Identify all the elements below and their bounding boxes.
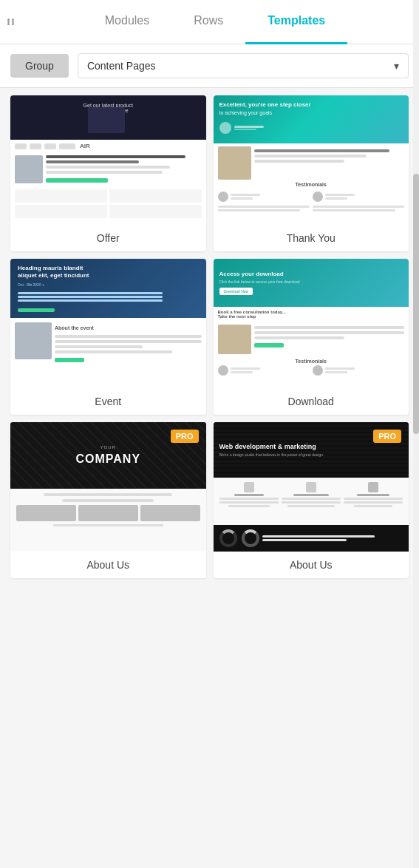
tab-rows[interactable]: Rows xyxy=(171,0,245,44)
thank-you-label: Thank You xyxy=(214,225,409,251)
top-navigation: Modules Rows Templates xyxy=(0,0,419,44)
dropdown-label: Content Pages xyxy=(87,60,156,72)
drag-handle[interactable] xyxy=(7,18,14,25)
template-card-download[interactable]: Access your download Click the link belo… xyxy=(214,259,409,415)
template-card-about-us-webdev[interactable]: PRO Web development & marketing We're a … xyxy=(214,422,409,578)
chevron-down-icon: ▾ xyxy=(394,60,399,72)
template-card-thank-you[interactable]: Excellent, you're one step closer to ach… xyxy=(214,95,409,251)
tab-modules[interactable]: Modules xyxy=(83,0,171,44)
download-label: Download xyxy=(214,388,409,415)
about-us-company-label: About Us xyxy=(10,552,206,578)
event-thumbnail: Heading mauris blanditaliquet elit, eget… xyxy=(10,259,206,388)
template-card-offer[interactable]: Get our latest product for a one-time fe… xyxy=(10,95,206,251)
offer-label: Offer xyxy=(10,225,206,251)
filter-bar: Group Content Pages ▾ xyxy=(0,44,419,88)
pro-badge: PRO xyxy=(171,430,199,443)
nav-tabs: Modules Rows Templates xyxy=(18,0,412,44)
template-card-about-us-company[interactable]: PRO your COMPANY About Us xyxy=(10,422,206,578)
about-us-webdev-label: About Us xyxy=(214,552,409,578)
content-pages-dropdown[interactable]: Content Pages ▾ xyxy=(78,53,409,78)
tab-templates[interactable]: Templates xyxy=(245,0,347,44)
about-us-company-thumbnail: PRO your COMPANY xyxy=(10,422,206,552)
thank-you-thumbnail: Excellent, you're one step closer to ach… xyxy=(214,95,409,225)
about-us-webdev-thumbnail: PRO Web development & marketing We're a … xyxy=(214,422,409,552)
event-label: Event xyxy=(10,388,206,415)
offer-thumbnail: Get our latest product for a one-time fe… xyxy=(10,95,206,225)
pro-badge-webdev: PRO xyxy=(373,430,401,443)
template-card-event[interactable]: Heading mauris blanditaliquet elit, eget… xyxy=(10,259,206,415)
templates-grid: Get our latest product for a one-time fe… xyxy=(0,88,419,586)
download-thumbnail: Access your download Click the link belo… xyxy=(214,259,409,388)
scrollbar-track[interactable] xyxy=(413,0,419,868)
scrollbar-thumb[interactable] xyxy=(413,174,419,434)
group-filter-button[interactable]: Group xyxy=(10,54,69,78)
